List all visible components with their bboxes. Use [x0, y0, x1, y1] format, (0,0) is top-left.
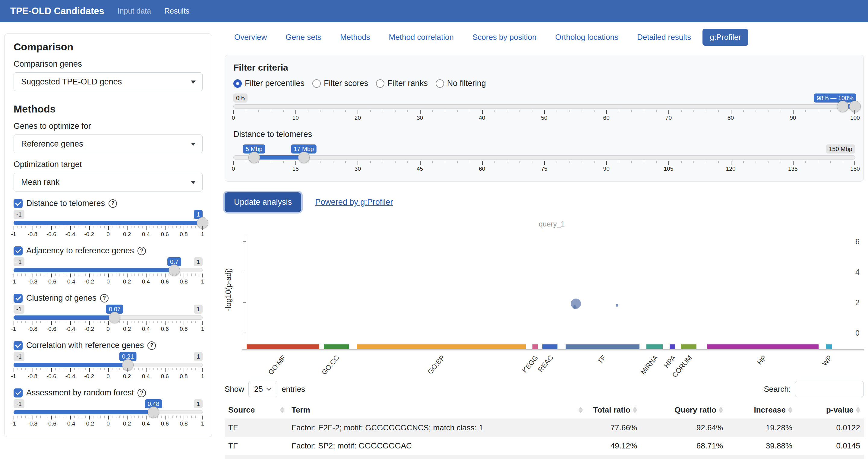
source-segment-reac: [542, 344, 557, 349]
source-label-go-mf: GO:MF: [267, 354, 288, 376]
cell-term: Factor: CTCF; motif: NCCRSTAGGGGGCGC: [288, 455, 586, 459]
checkbox-checked[interactable]: [13, 246, 23, 255]
tab-g-profiler[interactable]: g:Profiler: [703, 29, 748, 46]
radio-icon[interactable]: [436, 79, 444, 88]
sort-asc-icon: [719, 407, 723, 409]
sort-desc-icon: [719, 410, 723, 413]
source-segment-hp: [707, 344, 818, 349]
checkbox-checked[interactable]: [13, 294, 23, 303]
tick-label: 0.8: [180, 278, 188, 285]
tick-label: 50: [541, 115, 547, 121]
slider-track[interactable]: [13, 410, 203, 415]
cell-value: 77.66%: [586, 419, 641, 437]
cell-source: TF: [225, 419, 288, 437]
cell-value: 0.0145: [796, 437, 864, 455]
tick-label: -1: [11, 278, 16, 285]
tick-label: -0.8: [27, 231, 37, 238]
filter-option-filter-scores[interactable]: Filter scores: [312, 79, 368, 88]
update-row: Update analysis Powered by g:Profiler: [225, 192, 864, 212]
column-header-increase[interactable]: Increase: [726, 401, 796, 419]
sort-asc-icon: [633, 407, 637, 409]
show-label: Show: [225, 385, 244, 394]
radio-icon[interactable]: [312, 79, 321, 88]
slider-tick-labels: 0102030405060708090100: [234, 115, 855, 122]
comparison-genes-value: Suggested TPE-OLD genes: [21, 77, 122, 87]
target-select[interactable]: Mean rank: [13, 173, 203, 191]
comparison-genes-select[interactable]: Suggested TPE-OLD genes: [13, 72, 203, 91]
tick-label: -0.2: [84, 278, 94, 285]
slider-track[interactable]: [13, 315, 203, 320]
column-header-term[interactable]: Term: [288, 401, 586, 419]
sort-icon: [788, 407, 792, 413]
column-header-p-value[interactable]: p-value: [796, 401, 864, 419]
help-icon[interactable]: ?: [137, 247, 146, 255]
sort-desc-icon: [633, 410, 637, 413]
column-header-total-ratio[interactable]: Total ratio: [586, 401, 641, 419]
slider-fill: [13, 315, 115, 320]
slider-track[interactable]: [13, 363, 203, 367]
slider-ticks: [13, 416, 203, 420]
slider-badges: 150 Mbp5 Mbp17 Mbp: [234, 145, 855, 155]
help-icon[interactable]: ?: [108, 200, 117, 208]
slider-ticks: [234, 161, 855, 165]
tick-label: 1: [201, 420, 205, 427]
slider-track[interactable]: [13, 221, 203, 225]
checkbox-checked[interactable]: [13, 389, 23, 397]
slider-max-badge: 1: [194, 257, 203, 266]
optimize-select[interactable]: Reference genes: [13, 134, 203, 153]
tick-label: 1: [201, 326, 205, 332]
tick-label: -0.2: [84, 326, 94, 332]
tick-label: 0: [106, 231, 110, 238]
radio-icon[interactable]: [376, 79, 384, 88]
update-analysis-button[interactable]: Update analysis: [225, 192, 301, 212]
column-header-label: Term: [291, 405, 310, 415]
slider-track[interactable]: [234, 104, 855, 109]
method-param-header: Assessment by random forest?: [13, 388, 203, 397]
help-icon[interactable]: ?: [148, 341, 156, 350]
slider-badges: -11: [13, 210, 203, 221]
method-param-label: Clustering of genes: [26, 294, 96, 303]
data-point-3: [616, 304, 618, 307]
checkbox-checked[interactable]: [13, 199, 23, 208]
tick-label: 0.4: [142, 373, 150, 380]
help-icon[interactable]: ?: [137, 389, 146, 397]
tab-method-correlation[interactable]: Method correlation: [382, 29, 461, 46]
tick-label: -0.6: [46, 373, 56, 380]
filter-option-filter-percentiles[interactable]: Filter percentiles: [234, 79, 305, 88]
tab-overview[interactable]: Overview: [227, 29, 274, 46]
cell-value: 68.71%: [641, 437, 726, 455]
filter-option-filter-ranks[interactable]: Filter ranks: [376, 79, 428, 88]
tick-label: 0.2: [123, 373, 131, 380]
column-header-inner: Query ratio: [644, 405, 723, 415]
slider-track[interactable]: [13, 268, 203, 272]
page-length-select[interactable]: 25: [248, 381, 277, 397]
tab-gene-sets[interactable]: Gene sets: [278, 29, 329, 46]
tab-ortholog-locations[interactable]: Ortholog locations: [548, 29, 626, 46]
tab-methods[interactable]: Methods: [333, 29, 377, 46]
tick-mark: [855, 110, 855, 114]
slider-track[interactable]: [234, 155, 855, 159]
radio-icon[interactable]: [234, 79, 242, 88]
source-label-kegg: KEGG: [521, 354, 540, 374]
column-header-source[interactable]: Source: [225, 401, 288, 419]
filter-option-no-filtering[interactable]: No filtering: [436, 79, 486, 88]
method-param-label: Assessment by random forest: [26, 388, 134, 397]
column-header-query-ratio[interactable]: Query ratio: [641, 401, 726, 419]
method-param-label: Correlation with reference genes: [26, 341, 144, 350]
search-input[interactable]: [795, 381, 864, 397]
method-param-correlation-with-reference-genes: Correlation with reference genes?-110.21…: [13, 341, 203, 381]
powered-by-gprofiler-link[interactable]: Powered by g:Profiler: [315, 197, 393, 207]
tick-label: 100: [850, 115, 860, 121]
tab-detailed-results[interactable]: Detailed results: [630, 29, 698, 46]
tab-scores-by-position[interactable]: Scores by position: [465, 29, 544, 46]
distance-slider: 150 Mbp5 Mbp17 Mbp0153045607590105120135…: [234, 145, 855, 174]
tick-label: -0.4: [65, 278, 75, 285]
page-length-value: 25: [254, 385, 263, 394]
tick-label: 15: [292, 165, 299, 172]
tick-label: 0.6: [161, 278, 168, 285]
help-icon[interactable]: ?: [100, 294, 108, 303]
nav-item-results[interactable]: Results: [164, 7, 189, 16]
checkbox-checked[interactable]: [13, 341, 23, 350]
nav-item-input-data[interactable]: Input data: [118, 7, 151, 16]
comparison-heading: Comparison: [13, 41, 203, 53]
